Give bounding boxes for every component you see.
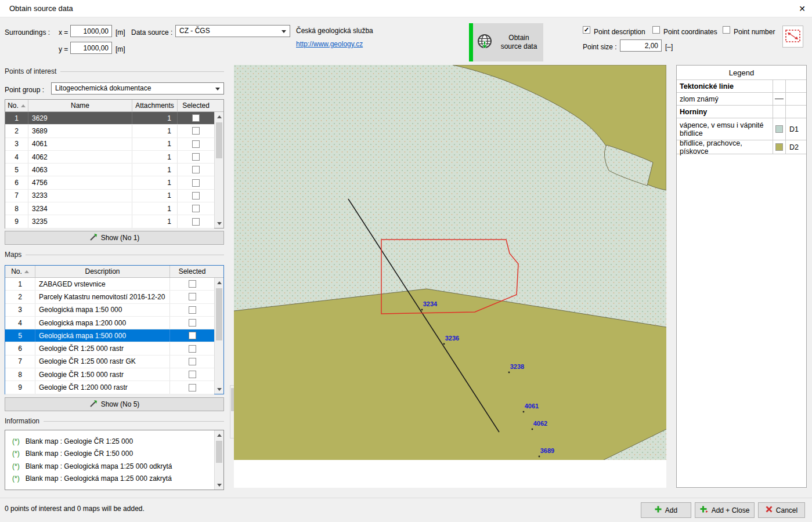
column-header-no[interactable]: No. [5,266,35,277]
table-row[interactable]: 4 Geologická mapa 1:200 000 [5,317,214,329]
data-source-value: CZ - ČGS [179,27,210,35]
status-text: 0 points of interest and 0 maps will be … [5,505,145,513]
list-item: (*) Blank map : Geologická mapa 1:25 000… [5,460,214,473]
provider-link[interactable]: http://www.geology.cz [296,40,363,48]
table-row[interactable]: 5 4063 1 [5,164,214,176]
surroundings-label: Surroundings : [5,27,50,38]
list-item: (*) Blank map : Geologie ČR 1:50 000 [5,448,214,461]
column-header-selected[interactable]: Selected [178,100,214,111]
table-row[interactable]: 3 Geologická mapa 1:50 000 [5,304,214,317]
table-row[interactable]: 5 Geologická mapa 1:500 000 [5,329,214,342]
data-source-dropdown[interactable]: CZ - ČGS [175,25,290,37]
surroundings-y-input[interactable] [70,42,112,54]
table-row[interactable]: 2 3689 1 [5,125,214,137]
scrollbar-thumb[interactable] [216,122,222,158]
chevron-down-icon [215,88,220,90]
column-header-name[interactable]: Name [28,100,132,111]
legend-panel: Legend Tektonické linie zlom známý Horni… [676,65,807,488]
row-checkbox[interactable] [192,153,200,161]
show-point-button[interactable]: Show (No 1) [5,231,224,245]
table-row[interactable]: 8 3234 1 [5,202,214,215]
show-icon [89,400,98,409]
column-header-attachments[interactable]: Attachments [132,100,178,111]
scrollbar-thumb[interactable] [216,441,222,463]
point-size-label: Point size : [583,41,617,53]
table-row[interactable]: 7 3233 1 [5,190,214,202]
row-checkbox[interactable] [192,192,200,200]
table-row[interactable]: 9 3235 1 [5,215,214,228]
row-checkbox[interactable] [192,179,200,187]
point-description-checkbox[interactable]: ✓ [583,26,590,34]
legend-swatch [775,125,783,133]
column-header-description[interactable]: Description [35,266,170,277]
add-button-label: Add [665,506,677,514]
maps-table-body: 1 ZABAGED vrstevnice 2 Parcely Katastru … [5,278,214,394]
row-checkbox[interactable] [189,293,196,300]
provider-name: Česká geologická služba [296,25,373,37]
row-checkbox[interactable] [189,332,196,339]
points-of-interest-header: Points of interest [5,67,224,75]
vertical-scrollbar[interactable] [214,278,223,394]
row-checkbox[interactable] [192,114,200,122]
point-size-input[interactable] [620,39,662,52]
scroll-up-button[interactable] [215,430,223,440]
row-checkbox[interactable] [189,345,196,353]
point-number-checkbox[interactable] [723,26,730,34]
scroll-up-button[interactable] [215,278,223,287]
table-row[interactable]: 2 Parcely Katastru nemovitostí 2016-12-2… [5,291,214,303]
table-row[interactable]: 9 Geologie ČR 1:200 000 rastr [5,381,214,394]
scroll-down-button[interactable] [215,385,223,394]
vertical-scrollbar[interactable] [214,112,223,228]
map-point-label: 3234 [423,300,438,307]
scroll-up-button[interactable] [215,112,223,121]
legend-row: Tektonické linie [677,80,806,93]
point-coordinates-checkbox[interactable] [652,26,660,34]
legend-row: břidlice, prachovce, pískovce D2 [677,140,806,154]
row-checkbox[interactable] [192,127,200,135]
close-icon[interactable]: ✕ [795,2,810,16]
scrollbar-thumb[interactable] [216,288,222,340]
surroundings-x-input[interactable] [70,25,112,37]
sort-asc-icon [24,270,29,273]
map-canvas[interactable]: 3234 3236 3238 4061 4062 3689 [234,65,666,488]
add-button[interactable]: Add [641,502,691,518]
row-checkbox[interactable] [189,280,196,288]
row-checkbox[interactable] [189,384,196,392]
table-row[interactable]: 1 ZABAGED vrstevnice [5,278,214,291]
row-checkbox[interactable] [192,140,200,148]
map-point-label: 4061 [525,403,539,409]
row-checkbox[interactable] [189,358,196,365]
row-checkbox[interactable] [192,205,200,212]
table-row[interactable]: 6 4756 1 [5,176,214,189]
scroll-down-button[interactable] [215,219,223,228]
plus-close-icon [700,506,708,514]
table-row[interactable]: 1 3629 1 [5,112,214,125]
point-group-label: Point group : [5,84,44,96]
list-item: (*) Blank map : Geologická mapa 1:25 000… [5,473,214,485]
row-checkbox[interactable] [192,218,200,226]
add-close-button[interactable]: Add + Close [695,502,755,518]
table-row[interactable]: 4 4062 1 [5,151,214,164]
table-row[interactable]: 8 Geologie ČR 1:50 000 rastr [5,368,214,381]
table-row[interactable]: 7 Geologie ČR 1:25 000 rastr GK [5,356,214,368]
map-point-label: 3689 [540,447,554,454]
table-row[interactable]: 3 4061 1 [5,138,214,151]
point-size-unit-label: [–] [665,41,673,53]
zoom-extent-button[interactable] [782,26,803,48]
point-group-dropdown[interactable]: Litogeochemická dokumentace [51,82,224,95]
row-checkbox[interactable] [189,371,196,378]
information-header: Information [5,417,224,425]
vertical-scrollbar[interactable] [214,430,223,490]
cancel-button[interactable]: Cancel [758,502,805,518]
row-checkbox[interactable] [189,319,196,327]
show-map-button[interactable]: Show (No 5) [5,397,224,411]
obtain-source-data-button[interactable]: Obtain source data [469,23,543,61]
point-number-label: Point number [734,26,775,38]
scroll-down-button[interactable] [215,480,223,490]
row-checkbox[interactable] [189,306,196,314]
column-header-no[interactable]: No. [5,100,28,111]
column-header-selected[interactable]: Selected [170,266,214,277]
row-checkbox[interactable] [192,166,200,173]
table-row[interactable]: 6 Geologie ČR 1:25 000 rastr [5,342,214,355]
add-close-button-label: Add + Close [712,506,750,514]
